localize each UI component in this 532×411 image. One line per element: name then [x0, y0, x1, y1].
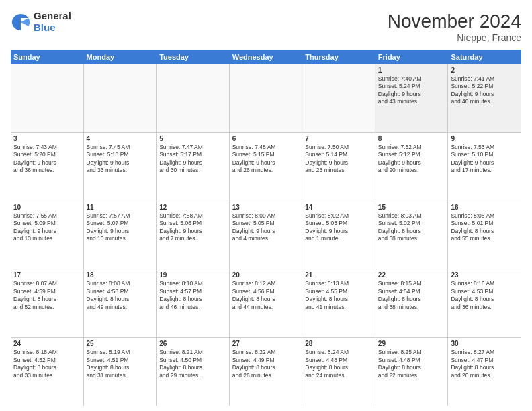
header-day-wednesday: Wednesday [230, 50, 303, 64]
day-number: 6 [232, 135, 300, 142]
day-number: 16 [451, 203, 519, 211]
page: General Blue November 2024 Nieppe, Franc… [0, 0, 532, 411]
subtitle: Nieppe, France [388, 32, 521, 43]
calendar: SundayMondayTuesdayWednesdayThursdayFrid… [11, 50, 521, 406]
header-day-thursday: Thursday [302, 50, 375, 64]
day-number: 17 [13, 271, 81, 279]
day-info: Sunrise: 8:00 AMSunset: 5:05 PMDaylight:… [232, 212, 300, 243]
calendar-cell: 7Sunrise: 7:50 AMSunset: 5:14 PMDaylight… [302, 133, 375, 201]
day-number: 29 [378, 340, 445, 347]
calendar-cell: 16Sunrise: 8:05 AMSunset: 5:01 PMDayligh… [448, 201, 521, 269]
day-number: 3 [13, 135, 81, 142]
calendar-cell: 20Sunrise: 8:12 AMSunset: 4:56 PMDayligh… [230, 269, 303, 337]
day-number: 7 [305, 135, 372, 142]
calendar-cell: 21Sunrise: 8:13 AMSunset: 4:55 PMDayligh… [302, 269, 375, 337]
calendar-cell: 11Sunrise: 7:57 AMSunset: 5:07 PMDayligh… [84, 201, 157, 269]
calendar-cell [230, 64, 303, 132]
day-number: 19 [159, 271, 226, 279]
day-info: Sunrise: 7:45 AMSunset: 5:18 PMDaylight:… [87, 144, 154, 175]
day-number: 13 [232, 203, 300, 211]
day-info: Sunrise: 8:05 AMSunset: 5:01 PMDaylight:… [451, 212, 519, 243]
day-info: Sunrise: 7:43 AMSunset: 5:20 PMDaylight:… [13, 144, 81, 175]
calendar-cell: 3Sunrise: 7:43 AMSunset: 5:20 PMDaylight… [11, 133, 84, 201]
day-number: 26 [159, 340, 226, 347]
day-info: Sunrise: 7:47 AMSunset: 5:17 PMDaylight:… [159, 144, 226, 175]
calendar-cell: 12Sunrise: 7:58 AMSunset: 5:06 PMDayligh… [157, 201, 230, 269]
calendar-cell: 15Sunrise: 8:03 AMSunset: 5:02 PMDayligh… [375, 201, 449, 269]
calendar-cell: 28Sunrise: 8:24 AMSunset: 4:48 PMDayligh… [302, 338, 375, 406]
logo-text: General Blue [34, 11, 71, 33]
calendar-row-2: 3Sunrise: 7:43 AMSunset: 5:20 PMDaylight… [11, 133, 521, 201]
day-info: Sunrise: 8:19 AMSunset: 4:51 PMDaylight:… [87, 349, 154, 379]
header: General Blue November 2024 Nieppe, Franc… [11, 11, 521, 43]
calendar-row-3: 10Sunrise: 7:55 AMSunset: 5:09 PMDayligh… [11, 201, 521, 270]
calendar-cell: 17Sunrise: 8:07 AMSunset: 4:59 PMDayligh… [11, 269, 84, 337]
calendar-cell: 2Sunrise: 7:41 AMSunset: 5:22 PMDaylight… [448, 64, 521, 132]
calendar-cell: 14Sunrise: 8:02 AMSunset: 5:03 PMDayligh… [302, 201, 375, 269]
day-info: Sunrise: 8:10 AMSunset: 4:57 PMDaylight:… [159, 280, 226, 311]
calendar-cell: 4Sunrise: 7:45 AMSunset: 5:18 PMDaylight… [84, 133, 157, 201]
header-day-monday: Monday [84, 50, 157, 64]
calendar-header: SundayMondayTuesdayWednesdayThursdayFrid… [11, 50, 521, 64]
day-number: 24 [13, 340, 81, 347]
calendar-cell: 10Sunrise: 7:55 AMSunset: 5:09 PMDayligh… [11, 201, 84, 269]
day-number: 20 [232, 271, 300, 279]
day-number: 5 [159, 135, 226, 142]
logo-blue: Blue [34, 22, 71, 34]
calendar-cell: 5Sunrise: 7:47 AMSunset: 5:17 PMDaylight… [157, 133, 230, 201]
calendar-cell [157, 64, 230, 132]
calendar-row-5: 24Sunrise: 8:18 AMSunset: 4:52 PMDayligh… [11, 338, 521, 406]
calendar-cell: 18Sunrise: 8:08 AMSunset: 4:58 PMDayligh… [84, 269, 157, 337]
calendar-cell: 24Sunrise: 8:18 AMSunset: 4:52 PMDayligh… [11, 338, 84, 406]
day-info: Sunrise: 7:52 AMSunset: 5:12 PMDaylight:… [378, 144, 445, 175]
calendar-cell: 13Sunrise: 8:00 AMSunset: 5:05 PMDayligh… [230, 201, 303, 269]
day-info: Sunrise: 8:15 AMSunset: 4:54 PMDaylight:… [378, 280, 445, 311]
header-day-sunday: Sunday [11, 50, 84, 64]
day-info: Sunrise: 7:53 AMSunset: 5:10 PMDaylight:… [451, 144, 519, 175]
calendar-row-4: 17Sunrise: 8:07 AMSunset: 4:59 PMDayligh… [11, 269, 521, 338]
day-number: 23 [451, 271, 519, 279]
day-info: Sunrise: 8:07 AMSunset: 4:59 PMDaylight:… [13, 280, 81, 311]
day-number: 1 [378, 66, 445, 74]
day-info: Sunrise: 7:58 AMSunset: 5:06 PMDaylight:… [159, 212, 226, 243]
day-info: Sunrise: 8:24 AMSunset: 4:48 PMDaylight:… [305, 349, 372, 379]
day-number: 12 [159, 203, 226, 211]
day-info: Sunrise: 8:08 AMSunset: 4:58 PMDaylight:… [87, 280, 154, 311]
day-info: Sunrise: 8:12 AMSunset: 4:56 PMDaylight:… [232, 280, 300, 311]
logo: General Blue [11, 11, 71, 33]
day-number: 25 [87, 340, 154, 347]
header-day-saturday: Saturday [448, 50, 521, 64]
calendar-cell [84, 64, 157, 132]
day-info: Sunrise: 8:13 AMSunset: 4:55 PMDaylight:… [305, 280, 372, 311]
day-info: Sunrise: 8:22 AMSunset: 4:49 PMDaylight:… [232, 349, 300, 379]
calendar-row-1: 1Sunrise: 7:40 AMSunset: 5:24 PMDaylight… [11, 64, 521, 133]
calendar-cell [11, 64, 84, 132]
day-info: Sunrise: 8:03 AMSunset: 5:02 PMDaylight:… [378, 212, 445, 243]
calendar-cell: 26Sunrise: 8:21 AMSunset: 4:50 PMDayligh… [157, 338, 230, 406]
calendar-cell: 23Sunrise: 8:16 AMSunset: 4:53 PMDayligh… [448, 269, 521, 337]
calendar-cell: 29Sunrise: 8:25 AMSunset: 4:48 PMDayligh… [375, 338, 449, 406]
day-number: 22 [378, 271, 445, 279]
day-number: 4 [87, 135, 154, 142]
header-day-friday: Friday [375, 50, 449, 64]
calendar-cell: 30Sunrise: 8:27 AMSunset: 4:47 PMDayligh… [448, 338, 521, 406]
day-number: 18 [87, 271, 154, 279]
calendar-cell [302, 64, 375, 132]
day-number: 21 [305, 271, 372, 279]
calendar-cell: 8Sunrise: 7:52 AMSunset: 5:12 PMDaylight… [375, 133, 449, 201]
day-info: Sunrise: 7:40 AMSunset: 5:24 PMDaylight:… [378, 75, 445, 106]
calendar-cell: 22Sunrise: 8:15 AMSunset: 4:54 PMDayligh… [375, 269, 449, 337]
day-info: Sunrise: 8:02 AMSunset: 5:03 PMDaylight:… [305, 212, 372, 243]
day-info: Sunrise: 7:50 AMSunset: 5:14 PMDaylight:… [305, 144, 372, 175]
day-info: Sunrise: 8:21 AMSunset: 4:50 PMDaylight:… [159, 349, 226, 379]
logo-general: General [34, 11, 71, 22]
day-number: 2 [451, 66, 519, 74]
calendar-cell: 9Sunrise: 7:53 AMSunset: 5:10 PMDaylight… [448, 133, 521, 201]
day-info: Sunrise: 8:18 AMSunset: 4:52 PMDaylight:… [13, 349, 81, 379]
day-number: 10 [13, 203, 81, 211]
header-day-tuesday: Tuesday [157, 50, 230, 64]
day-info: Sunrise: 7:48 AMSunset: 5:15 PMDaylight:… [232, 144, 300, 175]
day-number: 30 [451, 340, 519, 347]
calendar-cell: 19Sunrise: 8:10 AMSunset: 4:57 PMDayligh… [157, 269, 230, 337]
calendar-cell: 27Sunrise: 8:22 AMSunset: 4:49 PMDayligh… [230, 338, 303, 406]
